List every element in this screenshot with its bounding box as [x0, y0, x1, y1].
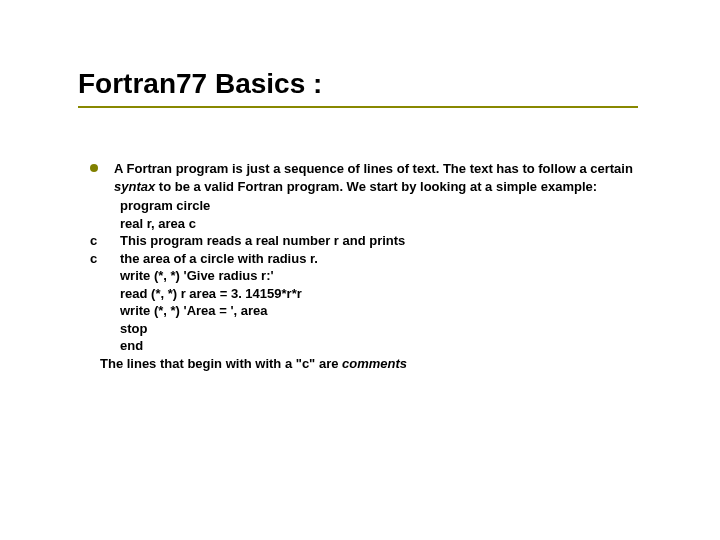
intro-syntax: syntax [114, 179, 155, 194]
comment-marker: c [90, 250, 102, 268]
code-line: write (*, *) 'Area = ', area [120, 302, 638, 320]
intro-text: A Fortran program is just a sequence of … [114, 160, 638, 195]
intro-post: to be a valid Fortran program. We start … [155, 179, 597, 194]
title-underline [78, 106, 638, 108]
code-line: real r, area c [120, 215, 638, 233]
comment-line: c This program reads a real number r and… [90, 232, 638, 250]
bullet-item: A Fortran program is just a sequence of … [90, 160, 638, 195]
closing-em: comments [342, 356, 407, 371]
comment-text: This program reads a real number r and p… [120, 232, 405, 250]
code-line: program circle [120, 197, 638, 215]
code-line: read (*, *) r area = 3. 14159*r*r [120, 285, 638, 303]
slide-title: Fortran77 Basics : [78, 68, 322, 100]
closing-text: The lines that begin with with a "c" are… [100, 355, 638, 373]
comment-marker: c [90, 232, 102, 250]
code-line: end [120, 337, 638, 355]
code-line: stop [120, 320, 638, 338]
code-line: write (*, *) 'Give radius r:' [120, 267, 638, 285]
intro-pre: A Fortran program is just a sequence of … [114, 161, 633, 176]
comment-line: c the area of a circle with radius r. [90, 250, 638, 268]
bullet-icon [90, 164, 98, 172]
comment-text: the area of a circle with radius r. [120, 250, 318, 268]
closing-pre: The lines that begin with with a "c" are [100, 356, 342, 371]
slide-body: A Fortran program is just a sequence of … [90, 160, 638, 373]
